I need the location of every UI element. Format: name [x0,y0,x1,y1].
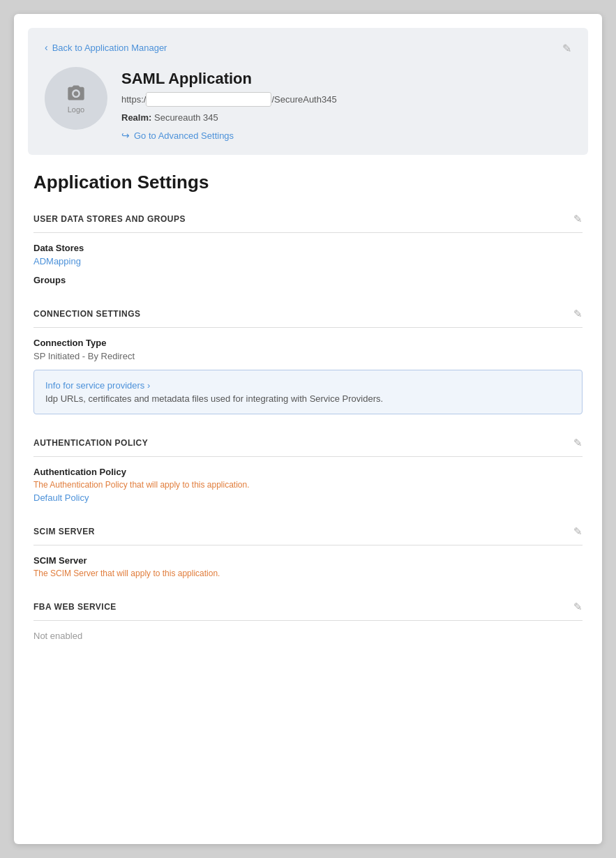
section-header-user-data: USER DATA STORES AND GROUPS ✎ [33,213,583,233]
realm-value: Secureauth 345 [154,112,218,123]
auth-policy-label: Authentication Policy [33,467,583,477]
connection-type-label: Connection Type [33,338,583,348]
section-connection: CONNECTION SETTINGS ✎ Connection Type SP… [33,308,583,414]
section-title-user-data: USER DATA STORES AND GROUPS [33,214,186,224]
app-url: https:/ /SecureAuth345 [121,92,571,107]
chevron-left-icon: ‹ [45,42,48,53]
groups-label: Groups [33,275,583,285]
section-fba-web: FBA WEB SERVICE ✎ Not enabled [33,601,583,641]
camera-icon [66,83,86,103]
data-stores-value: ADMapping [33,256,583,266]
section-title-auth-policy: AUTHENTICATION POLICY [33,438,148,448]
section-title-fba: FBA WEB SERVICE [33,602,117,612]
auth-policy-description: The Authentication Policy that will appl… [33,480,583,490]
app-details: SAML Application https:/ /SecureAuth345 … [121,67,571,141]
section-scim-server: SCIM SERVER ✎ SCIM Server The SCIM Serve… [33,525,583,578]
fba-value: Not enabled [33,631,583,641]
section-header-connection: CONNECTION SETTINGS ✎ [33,308,583,328]
edit-scim-button[interactable]: ✎ [573,525,583,538]
back-link-label: Back to Application Manager [52,43,167,53]
edit-auth-policy-button[interactable]: ✎ [573,437,583,449]
pencil-icon: ✎ [562,43,571,54]
edit-user-data-button[interactable]: ✎ [573,213,583,225]
edit-app-button[interactable]: ✎ [562,42,571,55]
app-info: Logo SAML Application https:/ /SecureAut… [45,67,571,141]
url-prefix: https:/ [121,94,146,105]
service-providers-link[interactable]: Info for service providers › [45,380,571,391]
app-title: SAML Application [121,70,571,88]
section-header-auth-policy: AUTHENTICATION POLICY ✎ [33,437,583,457]
advanced-settings-link[interactable]: ↪ Go to Advanced Settings [121,130,571,141]
section-title-scim: SCIM SERVER [33,527,95,536]
advanced-settings-label: Go to Advanced Settings [134,130,234,141]
data-stores-label: Data Stores [33,243,583,253]
section-auth-policy: AUTHENTICATION POLICY ✎ Authentication P… [33,437,583,503]
section-user-data: USER DATA STORES AND GROUPS ✎ Data Store… [33,213,583,285]
url-suffix: /SecureAuth345 [271,94,336,105]
section-header-fba: FBA WEB SERVICE ✎ [33,601,583,621]
connection-type-value: SP Initiated - By Redirect [33,351,583,361]
app-header-card: ‹ Back to Application Manager Logo SAML … [28,28,588,155]
service-providers-info-box: Info for service providers › Idp URLs, c… [33,370,583,414]
scim-server-description: The SCIM Server that will apply to this … [33,569,583,578]
auth-policy-value: Default Policy [33,492,583,503]
app-logo: Logo [45,67,107,130]
realm-label: Realm: [121,112,151,123]
section-title-connection: CONNECTION SETTINGS [33,309,141,319]
scim-server-label: SCIM Server [33,555,583,566]
main-content: Application Settings USER DATA STORES AN… [14,155,602,680]
section-header-scim: SCIM SERVER ✎ [33,525,583,545]
url-input[interactable] [146,92,271,107]
app-realm: Realm: Secureauth 345 [121,112,571,123]
logo-label: Logo [68,105,84,114]
back-link[interactable]: ‹ Back to Application Manager [45,42,571,53]
edit-fba-button[interactable]: ✎ [573,601,583,613]
page-title: Application Settings [33,172,583,193]
external-link-icon: ↪ [121,130,130,141]
service-providers-description: Idp URLs, certificates and metadata file… [45,393,571,404]
page-container: ‹ Back to Application Manager Logo SAML … [14,14,602,844]
edit-connection-button[interactable]: ✎ [573,308,583,320]
